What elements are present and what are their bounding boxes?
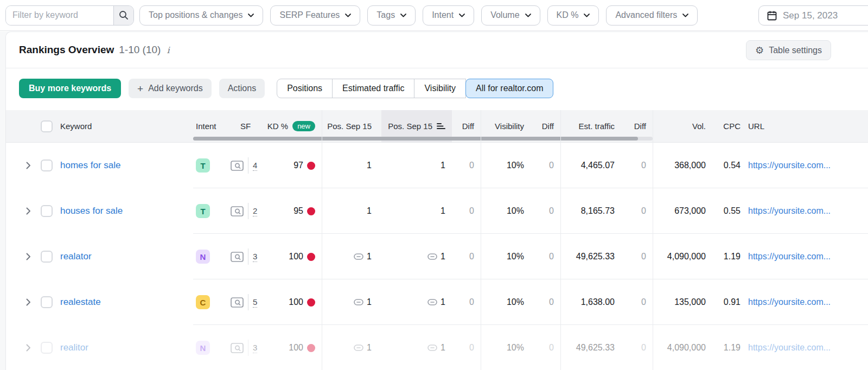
row-checkbox[interactable] xyxy=(41,342,53,354)
filter-dropdown-intent[interactable]: Intent xyxy=(423,5,474,25)
horizontal-scrollbar-thumb[interactable] xyxy=(193,137,638,141)
intent-badge[interactable]: T xyxy=(196,158,210,173)
filter-dropdown-kd[interactable]: KD % xyxy=(547,5,599,25)
sf-count-link[interactable]: 3 xyxy=(253,343,257,353)
cpc-cell: 1.19 xyxy=(709,343,742,353)
sf-count-link[interactable]: 3 xyxy=(253,252,257,262)
visibility-value: 10% xyxy=(507,297,524,307)
checkbox-cell xyxy=(41,160,53,171)
filter-dropdown-volume[interactable]: Volume xyxy=(481,5,540,25)
view-tab-positions[interactable]: Positions xyxy=(277,79,333,98)
diff-value: 0 xyxy=(549,206,554,216)
url-cell: https://yoursite.com... xyxy=(742,161,868,170)
intent-badge[interactable]: N xyxy=(196,250,210,264)
row-checkbox[interactable] xyxy=(41,160,53,171)
diff-value: 0 xyxy=(469,252,474,261)
volume-value: 4,090,000 xyxy=(667,252,706,261)
keyword-filter-input[interactable] xyxy=(6,6,113,25)
sf-count-link[interactable]: 2 xyxy=(253,206,257,216)
est-traffic-cell: 1,638.00 xyxy=(560,297,619,307)
keyword-link[interactable]: realitor xyxy=(60,342,88,353)
column-header-label: SF xyxy=(240,122,251,131)
column-header-url[interactable]: URL xyxy=(742,110,868,142)
add-keywords-label: Add keywords xyxy=(148,84,203,93)
position-value: 1 xyxy=(441,206,445,216)
volume-cell: 135,000 xyxy=(653,297,709,307)
expand-row-button[interactable] xyxy=(22,342,34,354)
buy-more-keywords-button[interactable]: Buy more keywords xyxy=(19,79,121,98)
sf-count-link[interactable]: 5 xyxy=(253,297,257,308)
table-settings-button[interactable]: ⚙ Table settings xyxy=(746,40,831,60)
sf-cell: 5 xyxy=(228,294,264,310)
position-link-icon[interactable] xyxy=(354,299,363,305)
column-header-keyword[interactable]: Keyword xyxy=(60,110,193,142)
diff-value: 0 xyxy=(641,252,646,261)
column-header-label: Keyword xyxy=(60,122,92,131)
view-tab-all-for-domain[interactable]: All for realtor.com xyxy=(465,79,553,98)
sf-divider xyxy=(248,157,248,174)
filter-dropdown-label: Tags xyxy=(376,10,395,20)
row-checkbox[interactable] xyxy=(41,251,53,263)
keyword-link[interactable]: houses for sale xyxy=(60,206,123,216)
rankings-card: Rankings Overview 1-10 (10) i ⚙ Table se… xyxy=(5,31,868,370)
cpc-cell: 0.54 xyxy=(709,161,742,170)
url-link[interactable]: https://yoursite.com... xyxy=(748,343,831,353)
actions-button[interactable]: Actions xyxy=(219,79,265,98)
filter-dropdown-serp-features[interactable]: SERP Features xyxy=(270,5,360,25)
expand-row-button[interactable] xyxy=(22,296,34,308)
column-header-label: Diff xyxy=(542,122,554,131)
table-settings-label: Table settings xyxy=(769,46,822,55)
expand-row-button[interactable] xyxy=(22,160,34,171)
select-all-checkbox[interactable] xyxy=(41,120,53,132)
filter-dropdown-advanced-filters[interactable]: Advanced filters xyxy=(606,5,698,25)
view-tab-visibility[interactable]: Visibility xyxy=(414,79,466,98)
column-header-label: URL xyxy=(748,122,764,131)
position-link-icon[interactable] xyxy=(427,253,437,260)
intent-badge[interactable]: C xyxy=(196,295,210,309)
url-link[interactable]: https://yoursite.com... xyxy=(748,252,831,261)
view-tab-estimated-traffic[interactable]: Estimated traffic xyxy=(332,79,414,98)
keyword-link[interactable]: realator xyxy=(60,251,92,262)
volume-cell: 673,000 xyxy=(653,206,709,216)
checkbox-cell xyxy=(41,296,53,308)
sf-count-link[interactable]: 4 xyxy=(253,161,257,171)
gear-icon: ⚙ xyxy=(755,46,764,55)
position-value: 1 xyxy=(441,343,445,353)
add-keywords-button[interactable]: + Add keywords xyxy=(129,79,212,98)
date-picker-button[interactable]: Sep 15, 2023 xyxy=(758,5,868,25)
est-traffic-value: 49,625.33 xyxy=(576,343,615,353)
filter-dropdown-top-positions-changes[interactable]: Top positions & changes xyxy=(139,5,263,25)
keyword-filter xyxy=(5,5,134,25)
kd-difficulty-dot xyxy=(307,162,315,170)
kd-cell: 100 xyxy=(264,297,322,307)
row-checkbox[interactable] xyxy=(41,296,53,308)
url-link[interactable]: https://yoursite.com... xyxy=(748,206,831,216)
url-link[interactable]: https://yoursite.com... xyxy=(748,161,831,170)
intent-badge[interactable]: N xyxy=(196,341,210,355)
row-checkbox[interactable] xyxy=(41,205,53,217)
filter-dropdown-tags[interactable]: Tags xyxy=(367,5,416,25)
position-link-icon[interactable] xyxy=(354,253,363,260)
expand-row-button[interactable] xyxy=(22,251,34,263)
intent-badge[interactable]: T xyxy=(196,204,210,218)
diff-value: 0 xyxy=(641,206,646,216)
keyword-link[interactable]: realestate xyxy=(60,297,101,308)
est-traffic-value: 8,165.73 xyxy=(581,206,615,216)
position-link-icon[interactable] xyxy=(427,345,437,351)
keyword-link[interactable]: homes for sale xyxy=(60,160,121,171)
info-icon[interactable]: i xyxy=(167,45,169,55)
volume-value: 135,000 xyxy=(674,297,706,307)
volume-cell: 4,090,000 xyxy=(653,252,709,261)
position-sorted-cell: 1 xyxy=(381,343,452,353)
position-link-icon[interactable] xyxy=(427,299,437,305)
column-header-cpc[interactable]: CPC xyxy=(709,110,742,142)
table-row: realestateC510011010%01,638.000135,0000.… xyxy=(6,279,868,325)
search-button[interactable] xyxy=(113,6,133,25)
horizontal-scrollbar[interactable] xyxy=(193,137,653,141)
serp-features-icon xyxy=(231,252,244,262)
position-link-icon[interactable] xyxy=(354,345,363,351)
expand-row-button[interactable] xyxy=(22,205,34,217)
column-header-vol[interactable]: Vol. xyxy=(653,110,709,142)
filter-dropdown-label: Top positions & changes xyxy=(149,10,242,20)
url-link[interactable]: https://yoursite.com... xyxy=(748,297,831,307)
